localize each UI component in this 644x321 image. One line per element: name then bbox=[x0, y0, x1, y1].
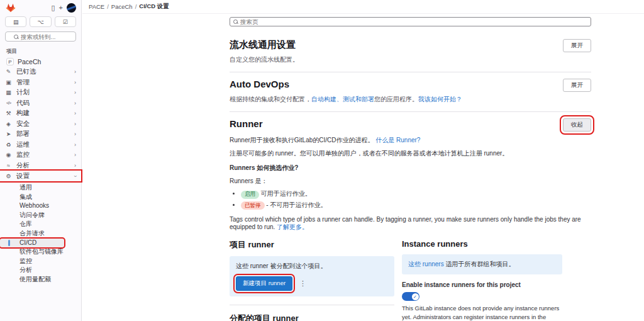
enable-instance-runners-label: Enable instance runners for this project bbox=[402, 281, 562, 288]
breadcrumb-project[interactable]: PaceCh bbox=[111, 3, 133, 10]
runner-state-active: 启用 可用于运行作业。 bbox=[241, 189, 591, 199]
settings-submenu-packages[interactable]: 软件包与镜像库 bbox=[0, 247, 81, 257]
divider bbox=[230, 305, 394, 305]
sidebar-search-input[interactable] bbox=[21, 33, 67, 40]
search-icon bbox=[14, 35, 18, 39]
chevron-right-icon: › bbox=[74, 121, 76, 127]
breadcrumb: PACE / PaceCh / CI/CD 设置 bbox=[82, 0, 644, 14]
runner-state-paused: 已暂停 - 不可用于运行作业。 bbox=[241, 201, 591, 210]
create-new-icon[interactable]: + bbox=[59, 4, 63, 11]
settings-submenu-general[interactable]: 通用 bbox=[0, 183, 81, 193]
plan-icon: ▦ bbox=[5, 89, 12, 96]
project-avatar: P bbox=[6, 58, 14, 65]
expand-autodevops-button[interactable]: 展开 bbox=[563, 79, 591, 92]
active-badge: 启用 bbox=[241, 191, 259, 199]
assigned-runners-title: 分配的项目 runner bbox=[230, 313, 394, 321]
sidebar-item-manage[interactable]: ▣ 管理 › bbox=[0, 77, 81, 88]
section-title-runner: Runner bbox=[230, 118, 263, 129]
settings-submenu-analytics[interactable]: 分析 bbox=[0, 266, 81, 275]
project-runners-info-text: 这些 runner 被分配到这个项目。 bbox=[236, 262, 326, 269]
settings-submenu-repository[interactable]: 仓库 bbox=[0, 220, 81, 229]
sidebar-item-plan[interactable]: ▦ 计划 › bbox=[0, 87, 81, 98]
collapse-runner-button[interactable]: 收起 bbox=[563, 118, 591, 132]
todos-shortcut-button[interactable]: ☑ bbox=[55, 16, 76, 27]
search-icon bbox=[233, 20, 238, 24]
sidebar-search[interactable] bbox=[5, 31, 76, 42]
breadcrumb-group[interactable]: PACE bbox=[89, 3, 104, 10]
user-avatar[interactable] bbox=[67, 3, 76, 13]
pin-icon: ✎ bbox=[5, 69, 12, 75]
settings-submenu-access-tokens[interactable]: 访问令牌 bbox=[0, 211, 81, 220]
autodevops-howto-link[interactable]: 我该如何开始？ bbox=[418, 96, 462, 103]
manage-icon: ▣ bbox=[5, 79, 12, 86]
chevron-right-icon: › bbox=[74, 152, 76, 158]
settings-search[interactable] bbox=[230, 17, 591, 26]
runners-are-label: Runners 是： bbox=[230, 177, 591, 186]
merge-request-icon: ⌥ bbox=[37, 19, 43, 25]
section-title-autodevops: Auto DevOps bbox=[230, 79, 289, 89]
build-icon: ⚒ bbox=[5, 110, 12, 116]
settings-submenu-cicd[interactable]: CI/CD bbox=[0, 239, 64, 248]
monitor-icon: ◉ bbox=[5, 152, 12, 158]
sidebar-item-secure[interactable]: ◈ 安全 › bbox=[0, 119, 81, 130]
runner-intro: Runner用于接收和执行GitLab的CI/CD作业的进程。 什么是 Runn… bbox=[230, 136, 591, 145]
rocket-icon: ➤ bbox=[5, 131, 12, 137]
settings-submenu-webhooks[interactable]: Webhooks bbox=[0, 201, 81, 211]
instance-runners-title: Instance runners bbox=[402, 239, 562, 249]
chevron-right-icon: › bbox=[74, 69, 76, 75]
sidebar-item-deploy[interactable]: ➤ 部署 › bbox=[0, 129, 81, 140]
chevron-right-icon: › bbox=[74, 142, 76, 148]
chevron-right-icon: › bbox=[74, 79, 76, 86]
sidebar-item-pinned[interactable]: ✎ 已钉选 › bbox=[0, 67, 81, 77]
project-name: PaceCh bbox=[18, 58, 41, 65]
operate-icon: ♻ bbox=[5, 142, 12, 148]
merge-requests-shortcut-button[interactable]: ⌥ bbox=[30, 16, 51, 27]
chevron-right-icon: › bbox=[74, 131, 76, 137]
super-sidebar: ▯ + ▤ ⌥ ☑ 项目 P PaceCh ✎ 已钉选 › ▣ 管理 › ▦ 计… bbox=[0, 0, 82, 321]
sidebar-section-label: 项目 bbox=[0, 45, 81, 57]
sidebar-item-settings[interactable]: ⚙ 设置 › bbox=[0, 171, 81, 181]
what-is-runner-link[interactable]: 什么是 Runner? bbox=[375, 137, 420, 144]
issues-shortcut-button[interactable]: ▤ bbox=[5, 16, 26, 27]
expand-pipeline-button[interactable]: 展开 bbox=[563, 39, 591, 52]
chart-icon: ≈ bbox=[5, 162, 12, 169]
code-icon: </> bbox=[5, 101, 12, 105]
chevron-right-icon: › bbox=[74, 110, 76, 116]
settings-search-input[interactable] bbox=[240, 18, 587, 25]
breadcrumb-current: CI/CD 设置 bbox=[139, 3, 169, 11]
sidebar-item-monitor[interactable]: ◉ 监控 › bbox=[0, 150, 81, 160]
chevron-right-icon: › bbox=[74, 89, 76, 96]
chevron-right-icon: › bbox=[74, 162, 76, 169]
learn-more-link[interactable]: 了解更多。 bbox=[277, 223, 308, 230]
paused-badge: 已暂停 bbox=[241, 201, 265, 210]
settings-submenu-integrations[interactable]: 集成 bbox=[0, 193, 81, 202]
instance-runners-column: Instance runners 这些 runners 适用于所有群组和项目。 … bbox=[402, 239, 562, 321]
chevron-down-icon: › bbox=[72, 175, 79, 177]
project-runners-info-box: 这些 runner 被分配到这个项目。 新建项目 runner ⋮ bbox=[230, 256, 394, 296]
runner-pick-jobs-question: Runners 如何挑选作业? bbox=[230, 164, 591, 172]
project-runners-title: 项目 runner bbox=[230, 239, 394, 251]
collapse-sidebar-icon[interactable]: ▯ bbox=[52, 4, 55, 12]
instance-runners-toggle[interactable]: ✓ bbox=[402, 292, 419, 301]
gitlab-logo-icon[interactable] bbox=[5, 3, 16, 13]
todo-check-icon: ☑ bbox=[63, 19, 68, 25]
new-project-runner-button[interactable]: 新建项目 runner bbox=[236, 276, 292, 291]
settings-submenu-merge-requests[interactable]: 合并请求 bbox=[0, 229, 81, 239]
sidebar-item-code[interactable]: </> 代码 › bbox=[0, 98, 81, 109]
sidebar-item-build[interactable]: ⚒ 构建 › bbox=[0, 108, 81, 119]
settings-submenu-usage-quotas[interactable]: 使用量配额 bbox=[0, 275, 81, 284]
issues-icon: ▤ bbox=[13, 19, 19, 25]
autodevops-build-link[interactable]: 自动构建、测试和部署 bbox=[311, 96, 374, 103]
instance-runners-info-box: 这些 runners 适用于所有群组和项目。 bbox=[402, 254, 562, 274]
these-runners-link[interactable]: 这些 runners bbox=[408, 261, 444, 268]
sidebar-item-operate[interactable]: ♻ 运维 › bbox=[0, 140, 81, 150]
kebab-menu-icon[interactable]: ⋮ bbox=[297, 279, 308, 288]
settings-submenu-monitor[interactable]: 监控 bbox=[0, 257, 81, 266]
instance-runners-note: This GitLab instance does not provide an… bbox=[402, 304, 562, 321]
sidebar-item-analyze[interactable]: ≈ 分析 › bbox=[0, 160, 81, 171]
project-runners-column: 项目 runner 这些 runner 被分配到这个项目。 新建项目 runne… bbox=[230, 239, 394, 321]
sidebar-project-paceCh[interactable]: P PaceCh bbox=[0, 57, 81, 67]
autodevops-description: 根据持续的集成和交付配置，自动构建、测试和部署您的应用程序。我该如何开始？ bbox=[230, 95, 591, 104]
cicd-settings-page: 流水线通用设置 展开 自定义您的流水线配置。 Auto DevOps 展开 根据… bbox=[230, 17, 591, 321]
chevron-right-icon: › bbox=[74, 100, 76, 106]
